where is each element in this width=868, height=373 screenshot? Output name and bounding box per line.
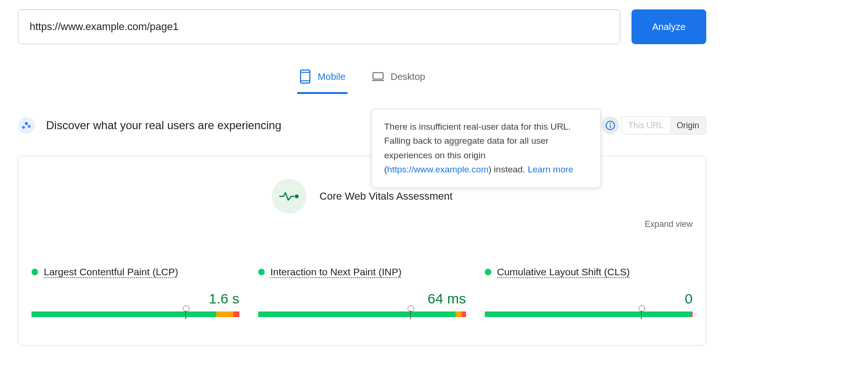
metric-cls-name[interactable]: Cumulative Layout Shift (CLS) <box>497 266 630 278</box>
bar-needs-improvement-segment <box>216 311 233 317</box>
metric-cls: Cumulative Layout Shift (CLS) 0 <box>485 266 693 317</box>
svg-rect-10 <box>610 125 611 128</box>
bar-poor-segment <box>233 311 239 317</box>
svg-point-6 <box>25 122 28 125</box>
analyze-button[interactable]: Analyze <box>631 9 706 44</box>
svg-rect-3 <box>373 73 383 79</box>
metric-lcp-value: 1.6 s <box>32 291 239 307</box>
bar-good-segment <box>485 311 691 317</box>
metric-lcp-bar <box>32 311 239 317</box>
tooltip-text-after: ) instead. <box>489 164 528 174</box>
tab-desktop[interactable]: Desktop <box>370 65 427 94</box>
insufficient-data-tooltip: There is insufficient real-user data for… <box>371 109 601 188</box>
mobile-icon <box>299 70 311 83</box>
tab-mobile[interactable]: Mobile <box>297 65 347 94</box>
metric-inp-bar <box>258 311 466 317</box>
scope-this-url-button[interactable]: This URL <box>622 117 670 134</box>
metric-cls-bar <box>485 311 693 317</box>
metric-inp-value: 64 ms <box>258 291 466 307</box>
device-tabs: Mobile Desktop <box>18 65 706 94</box>
bar-poor-segment <box>691 311 693 317</box>
metric-lcp: Largest Contentful Paint (LCP) 1.6 s <box>32 266 239 317</box>
bar-good-segment <box>32 311 216 317</box>
scope-controls: This URL Origin There is insufficient re… <box>601 117 706 134</box>
bar-good-segment <box>258 311 456 317</box>
assessment-title: Core Web Vitals Assessment <box>320 190 453 202</box>
status-dot-good-icon <box>258 269 265 275</box>
search-row: Analyze <box>18 9 706 44</box>
tooltip-origin-link[interactable]: https://www.example.com <box>387 164 488 174</box>
desktop-icon <box>372 70 384 83</box>
svg-point-9 <box>610 123 611 124</box>
svg-point-5 <box>22 126 25 129</box>
status-dot-good-icon <box>485 269 491 275</box>
metric-lcp-name[interactable]: Largest Contentful Paint (LCP) <box>44 266 178 278</box>
scope-segmented: This URL Origin <box>621 117 706 134</box>
section-title: Discover what your real users are experi… <box>46 119 281 132</box>
percentile-marker-icon <box>185 308 186 319</box>
info-button[interactable] <box>601 117 619 134</box>
expand-view-link[interactable]: Expand view <box>645 219 693 229</box>
svg-point-7 <box>28 125 31 128</box>
percentile-marker-icon <box>641 308 642 319</box>
status-dot-good-icon <box>32 269 38 275</box>
bar-needs-improvement-segment <box>456 311 462 317</box>
tab-desktop-label: Desktop <box>391 71 425 82</box>
tab-mobile-label: Mobile <box>318 71 346 82</box>
vitals-card: Core Web Vitals Assessment Expand view L… <box>18 156 706 346</box>
section-header: Discover what your real users are experi… <box>18 117 706 134</box>
scope-origin-button[interactable]: Origin <box>670 117 706 134</box>
metric-cls-value: 0 <box>485 291 693 307</box>
bar-poor-segment <box>462 311 466 317</box>
url-input[interactable] <box>18 9 620 44</box>
field-data-icon <box>18 117 35 134</box>
pulse-icon <box>272 179 307 214</box>
metric-inp-name[interactable]: Interaction to Next Paint (INP) <box>270 266 402 278</box>
metric-inp: Interaction to Next Paint (INP) 64 ms <box>258 266 466 317</box>
percentile-marker-icon <box>410 308 411 319</box>
metrics-row: Largest Contentful Paint (LCP) 1.6 s Int… <box>32 266 693 317</box>
svg-point-11 <box>295 194 299 198</box>
tooltip-learn-more-link[interactable]: Learn more <box>528 164 573 174</box>
